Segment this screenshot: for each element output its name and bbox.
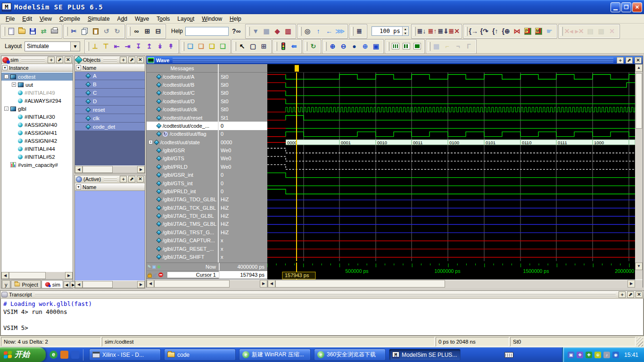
wave-cursor-marker[interactable] (295, 65, 299, 72)
compile-report-button[interactable]: ▥ (283, 26, 294, 37)
wave-title-bar[interactable]: Wave ＋ ⬈ ✕ (147, 56, 643, 64)
profile-button[interactable]: P (522, 26, 533, 37)
copy-button[interactable] (79, 26, 90, 37)
tree-item-initial-52[interactable]: #INITIAL#52 (1, 153, 73, 161)
tab-project[interactable]: Project (11, 280, 41, 288)
cancel-left-button[interactable]: ✕◂ (563, 26, 574, 37)
help-input[interactable] (185, 27, 229, 36)
compile-all-button[interactable]: ▦ (261, 26, 272, 37)
zoom-others-button[interactable]: ▣ (371, 41, 381, 52)
wave-row-codtest-uut-reset[interactable]: /codtest/uut/reset (147, 114, 218, 122)
reload-button[interactable]: ⇄ (38, 26, 49, 37)
taskbar-button-code[interactable]: code (164, 349, 236, 361)
tree-expander-icon[interactable]: - (4, 74, 8, 79)
objects-item-clk[interactable]: clk (75, 114, 145, 122)
zoom-out-button[interactable]: ⊖ (338, 41, 349, 52)
expand-button[interactable]: ⊞ (142, 26, 153, 37)
run-button[interactable]: ≣↓ (416, 26, 427, 37)
open-button[interactable] (17, 26, 27, 37)
paste-button[interactable] (90, 26, 101, 37)
tray-network-icon[interactable]: ▣ (568, 352, 574, 358)
active-undock-button[interactable]: ⬈ (128, 176, 135, 182)
sim-hscrollbar[interactable]: ◀ ▶ (1, 272, 73, 279)
wave-row-glbl-prld-int[interactable]: /glbl/PRLD_int (147, 187, 218, 195)
wave-row-glbl-gts-int[interactable]: /glbl/GTS_int (147, 179, 218, 187)
collapse-button[interactable]: ⊟ (153, 26, 164, 37)
select-mode-button[interactable]: ↖ (237, 41, 248, 52)
run-length-control[interactable]: 100 ps ▲▼ (372, 26, 409, 36)
wave-row-codtest-uut-d[interactable]: /codtest/uut/D (147, 97, 218, 105)
run-length-down-button[interactable]: ▼ (403, 31, 408, 35)
step-into-button[interactable]: {→ (468, 26, 479, 37)
stop-button[interactable]: ⋈ (512, 26, 522, 37)
wave-row-glbl-gsr-int[interactable]: /glbl/GSR_int (147, 171, 218, 179)
tray-messenger-icon[interactable]: ❖ (577, 352, 583, 358)
input-method-icon[interactable] (504, 352, 513, 358)
wave-row-codtest-uut-c[interactable]: /codtest/uut/C (147, 89, 218, 97)
transcript-close-button[interactable]: ✕ (636, 291, 643, 298)
prev-transition-button[interactable]: ⇤ (111, 41, 122, 52)
tree-item-codtest[interactable]: -codtest (1, 73, 73, 81)
transcript-handle[interactable] (35, 293, 616, 297)
active-panel-handle[interactable] (104, 177, 117, 181)
environment-button[interactable]: ≣ (354, 26, 365, 37)
quicklaunch-desktop-icon[interactable] (60, 351, 68, 359)
break-button[interactable]: ≣✕ (449, 26, 460, 37)
tree-item-initial-30[interactable]: #INITIAL#30 (1, 113, 73, 121)
wave-row-glbl-jtag-tdi-glbl[interactable]: /glbl/JTAG_TDI_GLBL (147, 212, 218, 220)
transcript-undock-button[interactable]: ⬈ (627, 291, 634, 298)
objects-item-code-det[interactable]: code_det (75, 123, 145, 131)
doc-check-button[interactable]: ▤ (585, 26, 596, 37)
tree-item-vsim-capacity[interactable]: #vsim_capacity# (1, 161, 73, 169)
objects-close-button[interactable]: ✕ (137, 57, 144, 63)
wave-row-glbl-jtag-trst-g[interactable]: /glbl/JTAG_TRST_G... (147, 228, 218, 236)
menu-file[interactable]: File (2, 15, 18, 23)
wave-hscrollbar[interactable]: ◀ ▶ (267, 280, 635, 288)
zoom-range-button[interactable]: ⊕ (360, 41, 371, 52)
menu-wave[interactable]: Wave (131, 15, 153, 23)
wave-close-button[interactable]: ✕ (635, 57, 642, 64)
run-up-button[interactable]: ↑ (313, 26, 324, 37)
pattern-search-button[interactable]: ▩ (431, 41, 442, 52)
layout-select[interactable]: Simulate ▼ (25, 41, 80, 51)
tree-expander-icon[interactable]: - (4, 107, 8, 111)
tree-item-uut[interactable]: +uut (1, 81, 73, 89)
active-scroll-right-icon[interactable]: ▶ (137, 281, 145, 288)
waveform-canvas[interactable]: 000000010010001101000101011001111000 (267, 73, 635, 263)
wave-row-glbl-jtag-reset[interactable]: /glbl/JTAG_RESET_... (147, 245, 218, 253)
wave-row-codtest-uut-state[interactable]: +/codtest/uut/state (147, 138, 218, 146)
run-length-up-button[interactable]: ▲ (403, 27, 408, 31)
objects-undock-button[interactable]: ⬈ (128, 57, 135, 63)
help-search-button[interactable]: ?∞ (231, 26, 242, 37)
cancel-all-button[interactable]: ✕ (607, 26, 618, 37)
start-button[interactable]: 开始 (0, 347, 46, 362)
new-file-button[interactable] (6, 26, 17, 37)
run-forward-button[interactable]: ⋙ (335, 26, 346, 37)
wave-row-codtest-uut-flag[interactable]: ↻/codtest/uut/flag (147, 130, 218, 138)
close-button[interactable]: ✕ (632, 2, 642, 12)
wave-scroll-left-icon[interactable]: ◀ (268, 280, 275, 288)
layout-dropdown-icon[interactable]: ▼ (70, 42, 80, 51)
wave-row-codtest-uut-code[interactable]: /codtest/uut/code_... (147, 122, 218, 130)
wave-scroll-right-icon[interactable]: ▶ (627, 280, 635, 288)
sim-close-button[interactable]: ✕ (65, 57, 72, 63)
active-dock-button[interactable]: ＋ (120, 176, 127, 182)
tree-item-initial-44[interactable]: #INITIAL#44 (1, 145, 73, 153)
objects-item-c[interactable]: C (75, 89, 145, 97)
zoom-in-button[interactable]: ⊕ (327, 41, 338, 52)
objects-hscrollbar[interactable]: ◀ ▶ (75, 165, 145, 173)
names-scroll-left-icon[interactable]: ◀ (147, 280, 154, 288)
next-rising-button[interactable]: ↟ (165, 41, 176, 52)
active-hscrollbar[interactable]: ◀ ▶ (75, 280, 145, 288)
print-button[interactable] (49, 26, 60, 37)
tree-item-assign-40[interactable]: #ASSIGN#40 (1, 121, 73, 129)
wave-row-glbl-prld[interactable]: /glbl/PRLD (147, 163, 218, 171)
transcript-dock-button[interactable]: ＋ (619, 291, 626, 298)
transcript-log[interactable]: # Loading work.glbl(fast)VSIM 4> run 400… (0, 299, 644, 336)
wave-window-icon[interactable]: ▣ (152, 264, 157, 269)
menu-edit[interactable]: Edit (18, 15, 36, 23)
menu-compile[interactable]: Compile (56, 15, 84, 23)
active-scroll-left-icon[interactable]: ◀ (75, 281, 83, 288)
delete-cursor-button[interactable]: ⊤ (100, 41, 111, 52)
run-continue-button[interactable]: ≣↑ (427, 26, 438, 37)
